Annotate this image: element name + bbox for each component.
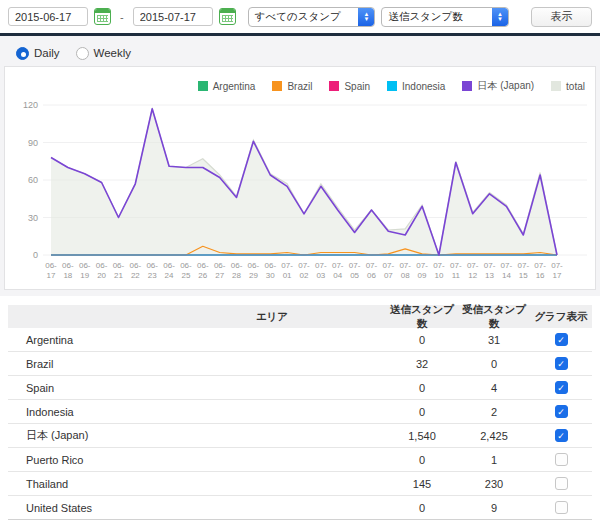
area-name: United States	[8, 502, 386, 514]
interval-radio-daily[interactable]: Daily	[16, 47, 60, 60]
sent-count: 32	[386, 358, 458, 370]
received-count: 4	[458, 382, 530, 394]
sent-count: 0	[386, 454, 458, 466]
area-name: 日本 (Japan)	[8, 428, 386, 443]
sent-count: 0	[386, 502, 458, 514]
sent-count: 0	[386, 334, 458, 346]
table-row: United States 0 9	[8, 496, 592, 520]
radio-label: Daily	[34, 47, 60, 59]
metric-filter-value: 送信スタンプ数	[382, 10, 468, 24]
column-header-graph: グラフ表示	[530, 310, 592, 324]
sent-count: 145	[386, 478, 458, 490]
graph-display-checkbox[interactable]	[555, 453, 568, 466]
chart-container: Argentina Brazil Spain Indonesia 日本 (Jap…	[4, 66, 596, 290]
column-header-area: エリア	[8, 310, 386, 324]
table-row: Puerto Rico 0 1	[8, 448, 592, 472]
stamp-filter-value: すべてのスタンプ	[249, 10, 347, 24]
area-name: Puerto Rico	[8, 454, 386, 466]
area-table: エリア 送信スタンプ数 受信スタンプ数 グラフ表示 Argentina 0 31…	[8, 305, 592, 520]
svg-text:06-18: 06-18	[62, 261, 74, 280]
received-count: 1	[458, 454, 530, 466]
received-count: 230	[458, 478, 530, 490]
calendar-icon[interactable]	[219, 8, 236, 25]
svg-text:06-19: 06-19	[79, 261, 91, 280]
svg-text:06-23: 06-23	[146, 261, 158, 280]
svg-text:90: 90	[28, 138, 38, 148]
svg-text:07-12: 07-12	[467, 261, 479, 280]
svg-text:60: 60	[28, 175, 38, 185]
received-count: 0	[458, 358, 530, 370]
graph-display-checkbox[interactable]: ✓	[555, 357, 568, 370]
svg-text:07-13: 07-13	[484, 261, 496, 280]
svg-text:07-08: 07-08	[399, 261, 411, 280]
svg-text:30: 30	[28, 213, 38, 223]
table-row: 日本 (Japan) 1,540 2,425 ✓	[8, 424, 592, 448]
svg-text:07-03: 07-03	[315, 261, 327, 280]
graph-display-checkbox[interactable]: ✓	[555, 429, 568, 442]
chart-panel: Daily Weekly Argentina Brazil Spain Indo…	[0, 36, 600, 296]
column-header-received: 受信スタンプ数	[458, 303, 530, 331]
graph-display-checkbox[interactable]	[555, 501, 568, 514]
received-count: 31	[458, 334, 530, 346]
svg-text:07-14: 07-14	[501, 261, 513, 280]
area-name: Brazil	[8, 358, 386, 370]
metric-filter-select[interactable]: 送信スタンプ数 ▲▼	[381, 7, 509, 27]
received-count: 2,425	[458, 430, 530, 442]
date-to-input[interactable]	[133, 7, 213, 26]
date-range-separator: -	[117, 11, 127, 23]
table-row: Spain 0 4 ✓	[8, 376, 592, 400]
table-row: Thailand 145 230	[8, 472, 592, 496]
calendar-icon[interactable]	[94, 8, 111, 25]
interval-radio-weekly[interactable]: Weekly	[76, 47, 132, 60]
svg-text:06-22: 06-22	[130, 261, 142, 280]
show-button[interactable]: 表示	[531, 7, 592, 27]
svg-text:06-27: 06-27	[214, 261, 226, 280]
graph-display-checkbox[interactable]: ✓	[555, 381, 568, 394]
area-name: Argentina	[8, 334, 386, 346]
svg-text:06-17: 06-17	[45, 261, 57, 280]
graph-display-checkbox[interactable]: ✓	[555, 405, 568, 418]
svg-text:07-16: 07-16	[534, 261, 546, 280]
svg-text:07-09: 07-09	[416, 261, 428, 280]
radio-label: Weekly	[94, 47, 132, 59]
area-name: Spain	[8, 382, 386, 394]
graph-display-checkbox[interactable]: ✓	[555, 333, 568, 346]
radio-icon[interactable]	[76, 47, 89, 60]
svg-text:06-26: 06-26	[197, 261, 209, 280]
area-name: Thailand	[8, 478, 386, 490]
svg-text:06-25: 06-25	[180, 261, 192, 280]
column-header-sent: 送信スタンプ数	[386, 303, 458, 331]
received-count: 9	[458, 502, 530, 514]
stamp-filter-select[interactable]: すべてのスタンプ ▲▼	[248, 7, 376, 27]
date-from-input[interactable]	[8, 7, 88, 26]
received-count: 2	[458, 406, 530, 418]
line-chart: 030609012006-1706-1806-1906-2006-2106-22…	[5, 67, 595, 289]
svg-text:07-11: 07-11	[450, 261, 462, 280]
table-row: Brazil 32 0 ✓	[8, 352, 592, 376]
svg-text:0: 0	[33, 250, 38, 260]
svg-text:07-04: 07-04	[332, 261, 344, 280]
svg-text:07-05: 07-05	[349, 261, 361, 280]
svg-text:06-28: 06-28	[231, 261, 243, 280]
svg-text:06-30: 06-30	[264, 261, 276, 280]
table-row: Indonesia 0 2 ✓	[8, 400, 592, 424]
select-stepper-icon: ▲▼	[358, 8, 374, 26]
svg-text:06-24: 06-24	[163, 261, 175, 280]
svg-text:07-10: 07-10	[433, 261, 445, 280]
svg-text:07-06: 07-06	[366, 261, 378, 280]
graph-display-checkbox[interactable]	[555, 477, 568, 490]
svg-text:07-07: 07-07	[383, 261, 395, 280]
svg-text:06-20: 06-20	[96, 261, 108, 280]
svg-text:07-15: 07-15	[517, 261, 529, 280]
svg-text:07-01: 07-01	[281, 261, 293, 280]
area-name: Indonesia	[8, 406, 386, 418]
interval-toggle: Daily Weekly	[4, 40, 596, 66]
svg-text:07-02: 07-02	[298, 261, 310, 280]
table-header-row: エリア 送信スタンプ数 受信スタンプ数 グラフ表示	[8, 305, 592, 328]
svg-text:06-21: 06-21	[113, 261, 125, 280]
toolbar: - すべてのスタンプ ▲▼ 送信スタンプ数 ▲▼ 表示	[0, 0, 600, 33]
radio-icon[interactable]	[16, 47, 29, 60]
svg-text:06-29: 06-29	[248, 261, 260, 280]
sent-count: 0	[386, 382, 458, 394]
table-body: Argentina 0 31 ✓Brazil 32 0 ✓Spain 0 4 ✓…	[8, 328, 592, 520]
